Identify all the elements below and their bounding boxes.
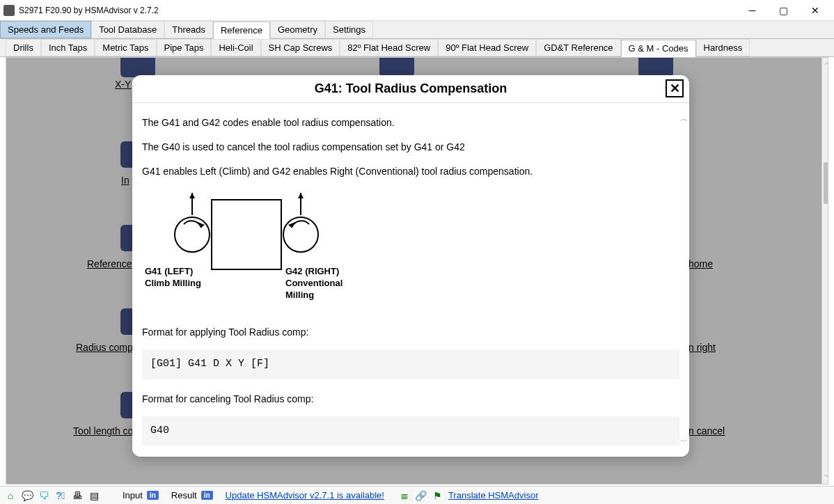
tab-geometry[interactable]: Geometry	[270, 21, 325, 38]
gcode-link[interactable]: Reference	[87, 258, 132, 269]
chevron-up-icon[interactable]: ︿	[822, 58, 828, 70]
status-bar: ⌂ 💬 🗨 ?⃝ 🖶 ▤ Input in Result in Update H…	[0, 486, 834, 504]
tab-reference[interactable]: Reference	[213, 22, 270, 39]
window-title: S2971 F20.90 by HSMAdvisor v 2.7.2	[19, 6, 737, 15]
diagram-label-right-3: Milling	[285, 290, 343, 301]
translate-link[interactable]: Translate HSMAdvisor	[448, 490, 539, 501]
sub-tab-gdt-reference[interactable]: GD&T Reference	[536, 39, 620, 56]
gcode-chip[interactable]	[379, 57, 414, 77]
gcode-detail-modal: G41: Tool Radius Compensation ✕ The G41 …	[132, 75, 689, 457]
diagram-label-right-1: G42 (RIGHT)	[285, 266, 343, 278]
gcode-link[interactable]: In	[121, 175, 129, 186]
gcode-chip[interactable]	[120, 57, 155, 77]
close-window-button[interactable]: ✕	[799, 0, 831, 21]
gcode-link[interactable]: X-Y	[115, 79, 131, 90]
content-scrollbar[interactable]: ︿ ﹀	[821, 58, 828, 484]
diagram-label-right-2: Conventional	[285, 278, 343, 290]
minimize-button[interactable]: ─	[737, 0, 768, 21]
modal-paragraph: The G41 and G42 codes enable tool radius…	[142, 116, 679, 130]
maximize-button[interactable]: ▢	[768, 0, 799, 21]
svg-marker-8	[288, 222, 295, 228]
titlebar: S2971 F20.90 by HSMAdvisor v 2.7.2 ─ ▢ ✕	[0, 0, 834, 21]
sub-tab-metric-taps[interactable]: Metric Taps	[95, 39, 156, 56]
gcode-link[interactable]: Radius comp	[76, 342, 133, 353]
modal-body: The G41 and G42 codes enable tool radius…	[132, 103, 689, 457]
tab-settings[interactable]: Settings	[325, 21, 373, 38]
sub-tab-pipe-taps[interactable]: Pipe Taps	[157, 39, 212, 56]
diagram-label-left-1: G41 (LEFT)	[145, 266, 201, 278]
gcode-link[interactable]: n right	[689, 342, 716, 353]
update-link[interactable]: Update HSMAdvisor v2.7.1 is available!	[226, 490, 384, 501]
svg-marker-4	[198, 222, 205, 228]
modal-scrollbar[interactable]: ︿ ﹀	[679, 113, 688, 447]
modal-header: G41: Tool Radius Compensation ✕	[132, 75, 689, 103]
notes-icon[interactable]: ▤	[88, 489, 100, 502]
database-icon[interactable]: ≣	[398, 489, 411, 502]
sub-tab-drills[interactable]: Drills	[6, 39, 41, 56]
home-icon[interactable]: ⌂	[4, 489, 17, 502]
svg-point-5	[283, 217, 318, 252]
chevron-down-icon[interactable]: ﹀	[679, 436, 688, 448]
sub-tab-82-flat-head[interactable]: 82º Flat Head Screw	[340, 39, 438, 56]
sub-tab-heli-coil[interactable]: Heli-Coil	[211, 39, 260, 56]
sub-tab-hardness[interactable]: Hardness	[696, 39, 750, 56]
input-label: Input	[123, 490, 143, 501]
result-unit-chip[interactable]: in	[201, 491, 213, 500]
code-apply: [G01] G41 D X Y [F]	[142, 349, 679, 379]
sub-tab-gm-codes[interactable]: G & M - Codes	[621, 40, 696, 57]
gcode-link[interactable]: n cancel	[689, 425, 725, 436]
chevron-up-icon[interactable]: ︿	[679, 113, 688, 125]
svg-marker-7	[298, 193, 304, 198]
diagram-label-left-2: Climb Milling	[145, 278, 201, 290]
gcode-link[interactable]: home	[689, 258, 713, 269]
code-cancel: G40	[142, 416, 679, 446]
result-label: Result	[171, 490, 197, 501]
cloud-sync-icon[interactable]: 🔗	[415, 489, 427, 502]
format-apply-label: Format for applying Tool Radius comp:	[142, 325, 679, 340]
svg-point-1	[175, 217, 210, 252]
chat-icon[interactable]: 💬	[21, 489, 33, 502]
scrollbar-thumb[interactable]	[824, 162, 828, 204]
tab-threads[interactable]: Threads	[164, 21, 213, 38]
svg-rect-0	[212, 200, 281, 269]
sub-tab-sh-cap-screws[interactable]: SH Cap Screws	[261, 39, 340, 56]
chevron-down-icon[interactable]: ﹀	[822, 472, 828, 484]
gcode-chip[interactable]	[638, 57, 673, 77]
flag-icon[interactable]: ⚑	[432, 489, 444, 502]
modal-paragraph: The G40 is used to cancel the tool radiu…	[142, 140, 679, 155]
comment-icon[interactable]: 🗨	[38, 489, 50, 502]
sub-tab-inch-taps[interactable]: Inch Taps	[41, 39, 95, 56]
modal-title: G41: Tool Radius Compensation	[315, 81, 508, 96]
sub-tab-90-flat-head[interactable]: 90º Flat Head Screw	[438, 39, 536, 56]
help-icon[interactable]: ?⃝	[54, 489, 67, 502]
gcode-link[interactable]: Tool length co	[73, 425, 133, 436]
app-icon	[3, 5, 15, 16]
close-icon: ✕	[670, 81, 680, 96]
input-unit-chip[interactable]: in	[147, 491, 159, 500]
format-cancel-label: Format for canceling Tool Radius comp:	[142, 392, 679, 407]
svg-marker-3	[189, 193, 195, 198]
tab-speeds-and-feeds[interactable]: Speeds and Feeds	[0, 21, 91, 38]
tab-tool-database[interactable]: Tool Database	[91, 21, 164, 38]
modal-paragraph: G41 enables Left (Climb) and G42 enables…	[142, 164, 679, 179]
radius-comp-diagram: G41 (LEFT) Climb Milling G42 (RIGHT) Con…	[142, 193, 679, 304]
modal-close-button[interactable]: ✕	[666, 79, 684, 97]
print-icon[interactable]: 🖶	[71, 489, 84, 502]
main-tab-bar: Speeds and Feeds Tool Database Threads R…	[0, 21, 834, 39]
reference-sub-tab-bar: Drills Inch Taps Metric Taps Pipe Taps H…	[0, 39, 834, 57]
